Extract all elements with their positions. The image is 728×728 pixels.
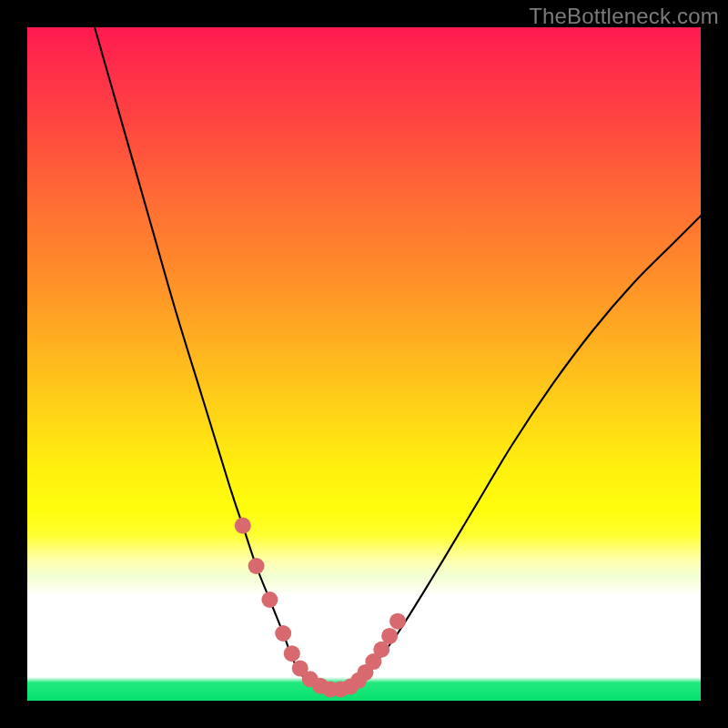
curve-marker	[235, 518, 251, 534]
marker-group	[235, 518, 406, 698]
chart-frame: TheBottleneck.com	[0, 0, 728, 728]
plot-area	[27, 27, 701, 701]
curve-marker	[261, 592, 278, 608]
curve-marker	[275, 625, 291, 642]
curve-svg	[27, 27, 701, 701]
curve-marker	[248, 558, 265, 574]
curve-marker	[284, 645, 300, 662]
curve-marker	[381, 628, 398, 644]
curve-marker	[389, 613, 406, 630]
bottleneck-curve	[95, 27, 701, 691]
watermark-text: TheBottleneck.com	[529, 4, 719, 29]
